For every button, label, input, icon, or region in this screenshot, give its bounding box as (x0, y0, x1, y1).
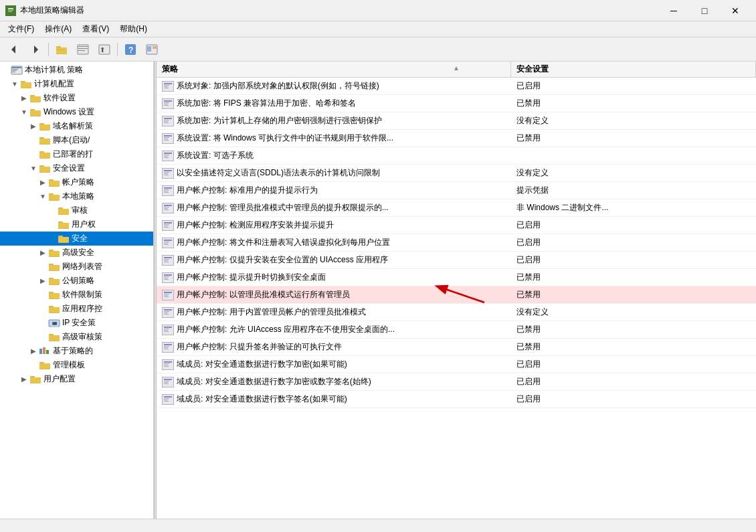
tree-panel[interactable]: 本地计算机 策略▼计算机配置▶软件设置▼Windows 设置▶域名解析策脚本(启… (0, 62, 154, 519)
status-bar (0, 519, 756, 532)
svg-rect-97 (164, 100, 172, 102)
tree-folder-icon (11, 65, 23, 76)
svg-rect-180 (164, 383, 169, 384)
menu-action[interactable]: 操作(A) (39, 22, 77, 36)
policy-icon (162, 220, 174, 231)
table-row[interactable]: 用户帐户控制: 将文件和注册表写入错误虚拟化到每用户位置已启用 (157, 234, 756, 252)
table-row[interactable]: 用户帐户控制: 以管理员批准模式运行所有管理员已禁用 (157, 286, 756, 304)
svg-rect-119 (164, 173, 168, 174)
table-row[interactable]: 用户帐户控制: 仅提升安装在安全位置的 UIAccess 应用程序已启用 (157, 252, 756, 269)
svg-rect-129 (164, 208, 168, 209)
table-row[interactable]: 用户帐户控制: 提示提升时切换到安全桌面已禁用 (157, 269, 756, 286)
tree-folder-icon (48, 332, 60, 343)
column-security[interactable]: 安全设置 (511, 62, 756, 77)
policy-name-cell: 用户帐户控制: 允许 UIAccess 应用程序在不使用安全桌面的... (157, 323, 511, 337)
table-row[interactable]: 用户帐户控制: 检测应用程序安装并提示提升已启用 (157, 217, 756, 234)
table-row[interactable]: 域成员: 对安全通道数据进行数字加密(如果可能)已启用 (157, 356, 756, 373)
tree-item-network-list[interactable]: 网络列表管 (0, 260, 153, 274)
tree-item-policy-based[interactable]: ▶基于策略的 (0, 344, 153, 358)
tree-item-public-key[interactable]: ▶公钥策略 (0, 274, 153, 288)
folder-button[interactable] (52, 40, 72, 59)
tree-item-audit[interactable]: 审核 (0, 203, 153, 217)
svg-rect-154 (164, 295, 168, 296)
table-row[interactable]: 系统对象: 加强内部系统对象的默认权限(例如，符号链接)已启用 (157, 78, 756, 95)
policy-value-cell: 已禁用 (511, 323, 756, 337)
table-row[interactable]: 系统设置: 可选子系统 (157, 147, 756, 165)
svg-rect-67 (49, 265, 60, 270)
forward-button[interactable] (25, 40, 45, 59)
tree-item-user-rights[interactable]: 用户权 (0, 217, 153, 232)
policy-name-cell: 用户帐户控制: 管理员批准模式中管理员的提升权限提示的... (157, 201, 511, 215)
table-row[interactable]: 用户帐户控制: 用于内置管理员帐户的管理员批准模式没有定义 (157, 304, 756, 321)
policy-icon (162, 133, 174, 144)
tree-item-security-options[interactable]: 安全 (0, 232, 153, 246)
svg-rect-152 (164, 292, 172, 293)
policy-table[interactable]: 系统对象: 加强内部系统对象的默认权限(例如，符号链接)已启用系统加密: 将 F… (157, 78, 756, 519)
tree-item-scripts[interactable]: 脚本(启动/ (0, 133, 153, 147)
policy-name-text: 以安全描述符定义语言(SDDL)语法表示的计算机访问限制 (177, 167, 380, 179)
policy-name-text: 域成员: 对安全通道数据进行数字加密(如果可能) (177, 359, 347, 370)
menu-file[interactable]: 文件(F) (3, 22, 39, 36)
tree-folder-icon (58, 205, 70, 216)
tree-item-label: 应用程序控 (62, 303, 102, 315)
tree-item-app-control[interactable]: 应用程序控 (0, 302, 153, 316)
table-row[interactable]: 用户帐户控制: 标准用户的提升提示行为提示凭据 (157, 182, 756, 199)
maximize-button[interactable]: □ (689, 0, 720, 21)
tree-item-advanced-security[interactable]: ▶高级安全 (0, 246, 153, 260)
tree-item-account-policy[interactable]: ▶帐户策略 (0, 175, 153, 189)
svg-rect-164 (164, 330, 168, 331)
tree-folder-icon (39, 163, 51, 174)
table-row[interactable]: 用户帐户控制: 管理员批准模式中管理员的提升权限提示的...非 Windows … (157, 199, 756, 217)
tree-item-software-restrict[interactable]: 软件限制策 (0, 288, 153, 302)
table-row[interactable]: 域成员: 对安全通道数据进行数字加密或数字签名(始终)已启用 (157, 373, 756, 391)
tree-item-computer-config[interactable]: ▼计算机配置 (0, 77, 153, 91)
tree-item-software-settings[interactable]: ▶软件设置 (0, 91, 153, 105)
policy-value-cell: 没有定义 (511, 114, 756, 128)
tree-item-advanced-audit[interactable]: 高级审核策 (0, 330, 153, 344)
table-row[interactable]: 系统设置: 将 Windows 可执行文件中的证书规则用于软件限...已禁用 (157, 130, 756, 147)
tree-item-deployed[interactable]: 已部署的打 (0, 147, 153, 161)
tree-item-security-settings[interactable]: ▼安全设置 (0, 161, 153, 175)
tree-item-admin-templates[interactable]: 管理模板 (0, 358, 153, 372)
table-row[interactable]: 系统加密: 将 FIPS 兼容算法用于加密、哈希和签名已禁用 (157, 95, 756, 112)
tree-item-user-config-ellipsis[interactable]: ▶用户配置 (0, 372, 153, 386)
svg-rect-185 (164, 401, 169, 402)
table-row[interactable]: 用户帐户控制: 允许 UIAccess 应用程序在不使用安全桌面的...已禁用 (157, 321, 756, 339)
back-button[interactable] (4, 40, 24, 59)
help-button[interactable]: ? (120, 40, 140, 59)
svg-rect-61 (58, 237, 69, 242)
policy-icon (162, 168, 174, 179)
table-row[interactable]: 域成员: 对安全通道数据进行数字签名(如果可能)已启用 (157, 391, 756, 408)
tree-item-ip-security[interactable]: 💻IP 安全策 (0, 316, 153, 330)
menu-help[interactable]: 帮助(H) (114, 22, 153, 36)
right-panel: ▲ 策略 安全设置 系统对象: 加强内部系统对象的默认权限(例如，符号链接)已启… (157, 62, 756, 519)
table-row[interactable]: 系统加密: 为计算机上存储的用户密钥强制进行强密钥保护没有定义 (157, 112, 756, 130)
up-button[interactable]: ⬆ (94, 40, 114, 59)
svg-rect-37 (39, 124, 50, 130)
close-button[interactable]: ✕ (720, 0, 751, 21)
svg-rect-98 (164, 102, 169, 103)
table-row[interactable]: 用户帐户控制: 只提升签名并验证的可执行文件已禁用 (157, 339, 756, 356)
minimize-button[interactable]: ─ (658, 0, 689, 21)
svg-rect-11 (78, 46, 88, 47)
tree-item-local-policy[interactable]: 本地计算机 策略 (0, 63, 153, 77)
svg-rect-94 (164, 86, 168, 87)
tree-item-windows-settings[interactable]: ▼Windows 设置 (0, 105, 153, 119)
svg-rect-142 (164, 257, 172, 258)
policy-icon (162, 394, 174, 405)
tree-item-local-policy2[interactable]: ▼本地策略 (0, 189, 153, 203)
svg-rect-58 (58, 223, 69, 228)
svg-rect-169 (164, 347, 168, 348)
svg-rect-28 (21, 82, 31, 88)
svg-rect-149 (164, 278, 168, 278)
policy-icon (162, 116, 174, 126)
toolbar-separator-2 (117, 43, 118, 56)
table-row[interactable]: 以安全描述符定义语言(SDDL)语法表示的计算机访问限制没有定义 (157, 165, 756, 182)
properties-button[interactable] (142, 40, 162, 59)
list-button[interactable] (73, 40, 93, 59)
svg-marker-4 (11, 46, 15, 54)
svg-rect-22 (12, 67, 21, 68)
menu-view[interactable]: 查看(V) (77, 22, 114, 36)
tree-item-domain-name[interactable]: ▶域名解析策 (0, 119, 153, 133)
svg-rect-128 (164, 207, 169, 207)
